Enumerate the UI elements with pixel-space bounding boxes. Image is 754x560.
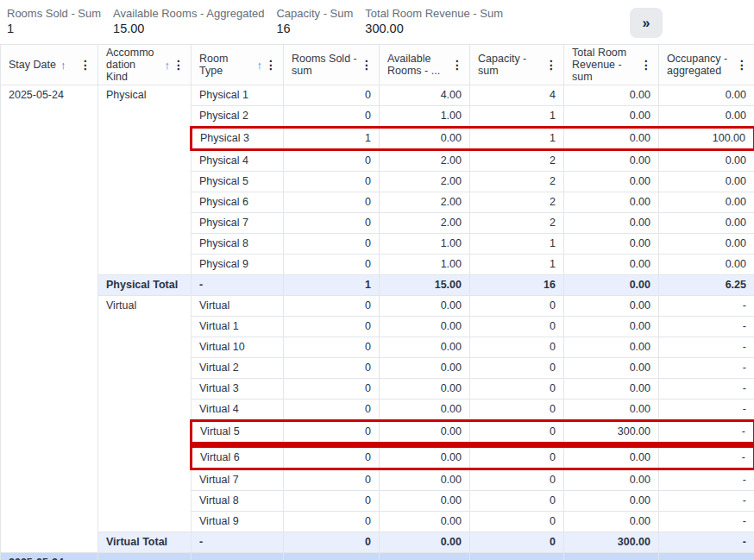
value-cell[interactable]: 0.00 — [380, 445, 470, 469]
value-cell[interactable]: 0 — [284, 296, 380, 317]
accommodation-kind-cell[interactable]: Physical — [98, 85, 192, 275]
value-cell[interactable]: 0 — [470, 491, 564, 512]
value-cell[interactable]: 0.00 — [564, 255, 659, 275]
value-cell[interactable]: 1.00 — [380, 255, 470, 275]
value-cell[interactable]: 4 — [470, 85, 564, 106]
value-cell[interactable]: - — [659, 421, 754, 445]
room-type-cell[interactable]: Virtual 4 — [192, 400, 284, 421]
value-cell[interactable]: 1 — [284, 128, 380, 150]
room-type-cell[interactable]: Virtual 2 — [192, 358, 284, 379]
value-cell[interactable]: 0.00 — [380, 128, 470, 150]
room-type-cell[interactable]: Virtual — [192, 296, 284, 317]
value-cell[interactable]: 15.00 — [380, 275, 470, 296]
value-cell[interactable]: 0.00 — [380, 358, 470, 379]
value-cell[interactable]: 0.00 — [564, 317, 659, 337]
value-cell[interactable]: 1 — [470, 106, 564, 128]
value-cell[interactable]: 0 — [470, 379, 564, 400]
value-cell[interactable]: 2.00 — [380, 213, 470, 234]
value-cell[interactable]: 0 — [284, 337, 380, 358]
value-cell[interactable]: 0 — [284, 400, 380, 421]
column-menu-icon[interactable]: ⋮ — [77, 59, 94, 71]
value-cell[interactable]: - — [659, 337, 754, 358]
value-cell[interactable]: 0 — [284, 379, 380, 400]
room-type-cell[interactable]: Physical 6 — [192, 192, 284, 213]
column-menu-icon[interactable]: ⋮ — [638, 59, 655, 71]
value-cell[interactable]: - — [659, 469, 754, 491]
value-cell[interactable]: 0.00 — [659, 255, 754, 275]
value-cell[interactable]: 0.00 — [564, 358, 659, 379]
value-cell[interactable]: 0 — [470, 445, 564, 469]
value-cell[interactable]: 0.00 — [564, 213, 659, 234]
value-cell[interactable]: 2.00 — [380, 192, 470, 213]
column-header[interactable]: Occupancy - aggregated⋮ — [659, 45, 754, 85]
value-cell[interactable]: 0.00 — [564, 445, 659, 469]
value-cell[interactable]: 0.00 — [564, 172, 659, 192]
value-cell[interactable]: 0 — [470, 400, 564, 421]
value-cell[interactable]: 16 — [470, 275, 564, 296]
value-cell[interactable]: 1 — [470, 234, 564, 255]
value-cell[interactable]: 0 — [470, 337, 564, 358]
column-header[interactable]: Accommodation Kind↑⋮ — [98, 45, 192, 85]
room-type-cell[interactable]: Physical 7 — [192, 213, 284, 234]
room-type-cell[interactable]: - — [192, 553, 284, 560]
stay-date-cell[interactable]: 2025-05-24 Total — [1, 553, 98, 560]
value-cell[interactable]: 0.00 — [659, 85, 754, 106]
value-cell[interactable]: 0 — [284, 532, 380, 553]
room-type-cell[interactable]: Virtual 8 — [192, 491, 284, 512]
value-cell[interactable]: 0.00 — [380, 532, 470, 553]
room-type-cell[interactable]: Physical 3 — [192, 128, 284, 150]
value-cell[interactable]: 0.00 — [564, 275, 659, 296]
room-type-cell[interactable]: Virtual 7 — [192, 469, 284, 491]
room-type-cell[interactable]: Physical 8 — [192, 234, 284, 255]
value-cell[interactable]: 2.00 — [380, 150, 470, 172]
value-cell[interactable]: 0.00 — [380, 469, 470, 491]
value-cell[interactable]: 0.00 — [564, 234, 659, 255]
value-cell[interactable]: 0.00 — [564, 128, 659, 150]
value-cell[interactable]: 0.00 — [659, 172, 754, 192]
value-cell[interactable]: 2 — [470, 213, 564, 234]
room-type-cell[interactable]: Physical 9 — [192, 255, 284, 275]
value-cell[interactable]: 0.00 — [380, 296, 470, 317]
value-cell[interactable]: 0 — [470, 532, 564, 553]
value-cell[interactable]: 0.00 — [564, 491, 659, 512]
room-type-cell[interactable]: Physical 5 — [192, 172, 284, 192]
value-cell[interactable]: 0.00 — [380, 491, 470, 512]
room-type-cell[interactable]: - — [192, 275, 284, 296]
value-cell[interactable]: 2 — [470, 192, 564, 213]
value-cell[interactable]: 0.00 — [564, 296, 659, 317]
column-menu-icon[interactable]: ⋮ — [543, 59, 560, 71]
value-cell[interactable]: 0.00 — [564, 85, 659, 106]
value-cell[interactable]: 0.00 — [380, 512, 470, 532]
accommodation-kind-cell[interactable]: Physical Total — [98, 275, 192, 296]
room-type-cell[interactable]: Virtual 6 — [192, 445, 284, 469]
value-cell[interactable]: 6.25 — [659, 275, 754, 296]
value-cell[interactable]: 2.00 — [380, 172, 470, 192]
expand-panel-button[interactable]: » — [630, 8, 663, 38]
value-cell[interactable]: - — [659, 317, 754, 337]
value-cell[interactable]: 0 — [284, 85, 380, 106]
value-cell[interactable]: - — [659, 532, 754, 553]
value-cell[interactable]: 4.00 — [380, 85, 470, 106]
value-cell[interactable]: 0.00 — [659, 213, 754, 234]
value-cell[interactable]: 0 — [284, 234, 380, 255]
value-cell[interactable]: 1.00 — [380, 106, 470, 128]
value-cell[interactable]: 0.00 — [564, 469, 659, 491]
value-cell[interactable]: - — [659, 400, 754, 421]
column-header[interactable]: Stay Date↑⋮ — [1, 45, 98, 85]
column-menu-icon[interactable]: ⋮ — [358, 59, 375, 71]
room-type-cell[interactable]: Virtual 9 — [192, 512, 284, 532]
value-cell[interactable]: 15.00 — [380, 553, 470, 560]
value-cell[interactable]: 0.00 — [380, 317, 470, 337]
value-cell[interactable]: 6.25 — [659, 553, 754, 560]
value-cell[interactable]: 100.00 — [659, 128, 754, 150]
value-cell[interactable]: 0.00 — [659, 106, 754, 128]
value-cell[interactable]: - — [659, 512, 754, 532]
value-cell[interactable]: 300.00 — [564, 532, 659, 553]
value-cell[interactable]: - — [659, 358, 754, 379]
value-cell[interactable]: 0 — [284, 469, 380, 491]
value-cell[interactable]: - — [659, 379, 754, 400]
value-cell[interactable]: 0.00 — [564, 379, 659, 400]
value-cell[interactable]: 0 — [284, 512, 380, 532]
value-cell[interactable]: 0.00 — [564, 400, 659, 421]
column-menu-icon[interactable]: ⋮ — [733, 59, 751, 71]
